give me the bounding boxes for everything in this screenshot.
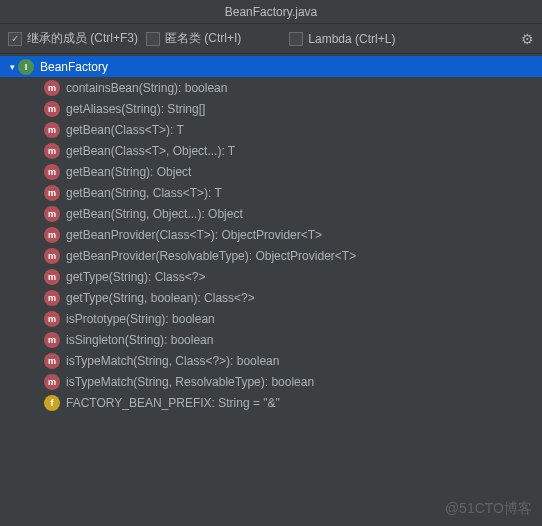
method-icon: m	[44, 122, 60, 138]
checkbox-label: 继承的成员 (Ctrl+F3)	[27, 30, 138, 47]
checkbox-icon	[146, 32, 160, 46]
member-signature: getBean(String, Object...): Object	[66, 207, 243, 221]
tree-member-node[interactable]: mgetBean(Class<T>, Object...): T	[0, 140, 542, 161]
method-icon: m	[44, 80, 60, 96]
method-icon: m	[44, 374, 60, 390]
checkbox-label: Lambda (Ctrl+L)	[308, 32, 395, 46]
tree-member-node[interactable]: misTypeMatch(String, ResolvableType): bo…	[0, 371, 542, 392]
tree-member-node[interactable]: mgetType(String): Class<?>	[0, 266, 542, 287]
tree-member-node[interactable]: mgetBeanProvider(ResolvableType): Object…	[0, 245, 542, 266]
member-signature: getBean(Class<T>): T	[66, 123, 184, 137]
member-signature: getType(String, boolean): Class<?>	[66, 291, 255, 305]
method-icon: m	[44, 353, 60, 369]
anonymous-classes-checkbox[interactable]: 匿名类 (Ctrl+I)	[146, 30, 241, 47]
member-signature: getBeanProvider(ResolvableType): ObjectP…	[66, 249, 356, 263]
tree-member-node[interactable]: misTypeMatch(String, Class<?>): boolean	[0, 350, 542, 371]
tree-member-node[interactable]: misSingleton(String): boolean	[0, 329, 542, 350]
tree-member-node[interactable]: misPrototype(String): boolean	[0, 308, 542, 329]
interface-icon: I	[18, 59, 34, 75]
window-title: BeanFactory.java	[0, 0, 542, 24]
tree-member-node[interactable]: mgetBean(String, Class<T>): T	[0, 182, 542, 203]
member-signature: isPrototype(String): boolean	[66, 312, 215, 326]
tree-member-node[interactable]: mcontainsBean(String): boolean	[0, 77, 542, 98]
tree-member-node[interactable]: fFACTORY_BEAN_PREFIX: String = "&"	[0, 392, 542, 413]
filter-toolbar: 继承的成员 (Ctrl+F3) 匿名类 (Ctrl+I) Lambda (Ctr…	[0, 24, 542, 54]
checkbox-icon	[289, 32, 303, 46]
method-icon: m	[44, 101, 60, 117]
checkbox-icon	[8, 32, 22, 46]
method-icon: m	[44, 206, 60, 222]
member-signature: isTypeMatch(String, Class<?>): boolean	[66, 354, 279, 368]
method-icon: m	[44, 143, 60, 159]
tree-member-node[interactable]: mgetBean(String, Object...): Object	[0, 203, 542, 224]
member-signature: containsBean(String): boolean	[66, 81, 227, 95]
method-icon: m	[44, 311, 60, 327]
tree-member-node[interactable]: mgetBean(String): Object	[0, 161, 542, 182]
method-icon: m	[44, 185, 60, 201]
member-signature: isSingleton(String): boolean	[66, 333, 213, 347]
member-signature: getBean(String): Object	[66, 165, 191, 179]
method-icon: m	[44, 269, 60, 285]
method-icon: m	[44, 227, 60, 243]
member-signature: isTypeMatch(String, ResolvableType): boo…	[66, 375, 314, 389]
member-signature: getAliases(String): String[]	[66, 102, 205, 116]
tree-member-node[interactable]: mgetBeanProvider(Class<T>): ObjectProvid…	[0, 224, 542, 245]
member-signature: getBeanProvider(Class<T>): ObjectProvide…	[66, 228, 322, 242]
gear-icon[interactable]: ⚙	[521, 31, 534, 47]
checkbox-label: 匿名类 (Ctrl+I)	[165, 30, 241, 47]
tree-root-node[interactable]: ▾ I BeanFactory	[0, 56, 542, 77]
member-signature: getType(String): Class<?>	[66, 270, 205, 284]
tree-member-node[interactable]: mgetBean(Class<T>): T	[0, 119, 542, 140]
member-signature: getBean(String, Class<T>): T	[66, 186, 222, 200]
member-signature: getBean(Class<T>, Object...): T	[66, 144, 235, 158]
method-icon: m	[44, 290, 60, 306]
tree-member-node[interactable]: mgetType(String, boolean): Class<?>	[0, 287, 542, 308]
method-icon: m	[44, 332, 60, 348]
method-icon: m	[44, 164, 60, 180]
class-name: BeanFactory	[40, 60, 108, 74]
method-icon: m	[44, 248, 60, 264]
lambda-checkbox[interactable]: Lambda (Ctrl+L)	[289, 32, 395, 46]
watermark: @51CTO博客	[445, 500, 532, 518]
chevron-down-icon[interactable]: ▾	[6, 62, 18, 72]
structure-tree: ▾ I BeanFactory mcontainsBean(String): b…	[0, 54, 542, 413]
field-icon: f	[44, 395, 60, 411]
inherited-members-checkbox[interactable]: 继承的成员 (Ctrl+F3)	[8, 30, 138, 47]
member-signature: FACTORY_BEAN_PREFIX: String = "&"	[66, 396, 280, 410]
tree-member-node[interactable]: mgetAliases(String): String[]	[0, 98, 542, 119]
